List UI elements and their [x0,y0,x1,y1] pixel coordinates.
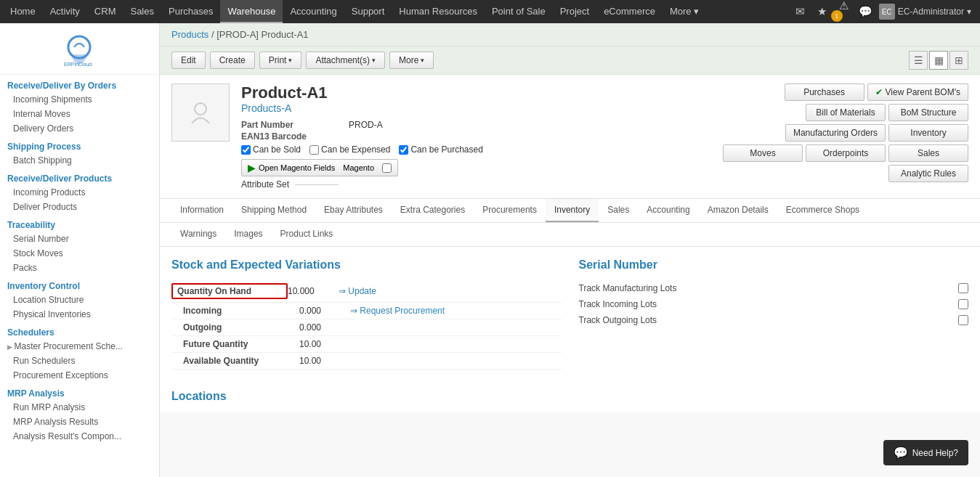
tab-procurements[interactable]: Procurements [474,199,546,222]
sidebar-mrp-results[interactable]: MRP Analysis Results [0,415,159,429]
nav-more[interactable]: More ▾ [663,0,706,23]
sidebar-analysis-results-compon[interactable]: Analysis Result's Compon... [0,429,159,444]
print-button[interactable]: Print ▾ [259,52,302,69]
product-actions: Purchases ✔ View Parent BOM's Bill of Ma… [723,83,968,189]
chat-icon[interactable]: 💬 [857,3,875,20]
update-link[interactable]: ⇒ Update [339,286,376,296]
sidebar-stock-moves[interactable]: Stock Moves [0,246,159,261]
nav-support[interactable]: Support [344,0,392,23]
create-button[interactable]: Create [210,52,255,69]
attachments-button[interactable]: Attachment(s) ▾ [306,52,385,69]
more-dropdown-arrow: ▾ [421,57,424,64]
breadcrumb-parent[interactable]: Products [171,29,208,40]
incoming-label: Incoming [183,306,299,316]
action-row-5: Analytic Rules [723,165,968,182]
sidebar-packs[interactable]: Packs [0,261,159,275]
can-be-sold-checkbox[interactable]: Can be Sold [241,144,301,155]
logo: ERPinCloud [58,32,102,68]
tab-images[interactable]: Images [225,223,271,246]
product-name: Product-A1 [241,83,711,102]
nav-accounting[interactable]: Accounting [283,0,344,23]
sidebar-procurement-exceptions[interactable]: Procurement Exceptions [0,368,159,383]
sidebar-run-schedulers[interactable]: Run Schedulers [0,354,159,368]
edit-button[interactable]: Edit [171,52,206,69]
product-category[interactable]: Products-A [241,102,711,114]
sidebar-incoming-shipments[interactable]: Incoming Shipments [0,92,159,107]
product-image [171,83,230,142]
sidebar-physical-inventories[interactable]: Physical Inventories [0,307,159,322]
nav-sales[interactable]: Sales [123,0,161,23]
tab-sales[interactable]: Sales [599,199,638,222]
nav-project[interactable]: Project [553,0,596,23]
sidebar-master-procurement[interactable]: Master Procurement Sche... [0,339,159,354]
sidebar-section-receive-deliver: Receive/Deliver By Orders [0,75,159,92]
tab-extra-categories[interactable]: Extra Categories [392,199,474,222]
quantity-on-hand-value: 10.000 [288,286,339,296]
orderpoints-button[interactable]: Orderpoints [806,144,886,162]
sidebar-incoming-products[interactable]: Incoming Products [0,185,159,200]
tab-ecommerce-shops[interactable]: Ecommerce Shops [777,199,868,222]
nav-home[interactable]: Home [3,0,43,23]
magento-arrow-icon: ▶ [248,162,256,174]
track-incoming-checkbox[interactable] [958,299,968,309]
sidebar-location-structure[interactable]: Location Structure [0,293,159,307]
tab-amazon-details[interactable]: Amazon Details [699,199,777,222]
moves-button[interactable]: Moves [723,144,803,162]
view-parent-boms-button[interactable]: ✔ View Parent BOM's [867,83,968,101]
need-help-widget[interactable]: 💬 Need Help? [883,440,968,465]
nav-ecommerce[interactable]: eCommerce [596,0,663,23]
tab-information[interactable]: Information [171,199,232,222]
tab-inventory[interactable]: Inventory [546,199,599,222]
user-dropdown-arrow: ▾ [967,7,971,17]
purchases-button[interactable]: Purchases [785,83,864,101]
action-row-3: Manufacturing Orders Inventory [723,124,968,142]
tab-accounting[interactable]: Accounting [638,199,698,222]
attachments-dropdown-arrow: ▾ [372,57,376,64]
sidebar-internal-moves[interactable]: Internal Moves [0,107,159,121]
bom-structure-button[interactable]: BoM Structure [888,104,968,121]
user-menu[interactable]: EC EC-Administrator ▾ [879,4,971,20]
nav-point-of-sale[interactable]: Point of Sale [485,0,553,23]
sidebar-section-receive-deliver-products: Receive/Deliver Products [0,168,159,185]
available-quantity-value: 10.00 [299,356,350,366]
bill-of-materials-button[interactable]: Bill of Materials [806,104,886,121]
tab-ebay-attributes[interactable]: Ebay Attributes [315,199,392,222]
product-header: Product-A1 Products-A Part Number PROD-A… [160,75,980,199]
sales-button[interactable]: Sales [888,144,968,162]
sidebar-section-mrp: MRP Analysis [0,383,159,400]
magento-checkbox[interactable] [382,163,392,173]
tab-shipping-method[interactable]: Shipping Method [232,199,315,222]
more-button[interactable]: More ▾ [389,52,434,69]
sidebar-batch-shipping[interactable]: Batch Shipping [0,153,159,168]
can-be-expensed-checkbox[interactable]: Can be Expensed [309,144,390,155]
view-switcher: ☰ ▦ ⊞ [909,51,968,70]
nav-purchases[interactable]: Purchases [161,0,220,23]
nav-crm[interactable]: CRM [87,0,123,23]
nav-warehouse[interactable]: Warehouse [220,0,283,23]
sidebar-serial-number[interactable]: Serial Number [0,232,159,246]
grid-view-button[interactable]: ⊞ [949,51,968,70]
request-procurement-link[interactable]: ⇒ Request Procurement [350,306,445,316]
track-incoming-label: Track Incoming Lots [579,299,953,309]
tab-product-links[interactable]: Product Links [272,223,342,246]
open-magento-button[interactable]: ▶ Open Magento Fields Magento [241,159,398,176]
tab-warnings[interactable]: Warnings [171,223,225,246]
track-outgoing-checkbox[interactable] [958,315,968,325]
mail-icon[interactable]: ✉ [792,3,809,20]
manufacturing-orders-button[interactable]: Manufacturing Orders [785,124,886,142]
can-be-purchased-checkbox[interactable]: Can be Purchased [399,144,482,155]
nav-human-resources[interactable]: Human Resources [392,0,485,23]
track-manufacturing-label: Track Manufacturing Lots [579,283,953,293]
serial-number-section: Serial Number Track Manufacturing Lots T… [579,258,969,370]
track-manufacturing-checkbox[interactable] [958,283,968,293]
sidebar-run-mrp[interactable]: Run MRP Analysis [0,400,159,415]
form-view-button[interactable]: ▦ [929,51,948,70]
sidebar-delivery-orders[interactable]: Delivery Orders [0,121,159,136]
sidebar-deliver-products[interactable]: Deliver Products [0,200,159,214]
analytic-rules-button[interactable]: Analytic Rules [888,165,968,182]
product-info: Product-A1 Products-A Part Number PROD-A… [241,83,711,189]
inventory-button[interactable]: Inventory [888,124,968,142]
star-icon[interactable]: ★ [814,3,831,20]
list-view-button[interactable]: ☰ [909,51,928,70]
nav-activity[interactable]: Activity [43,0,87,23]
